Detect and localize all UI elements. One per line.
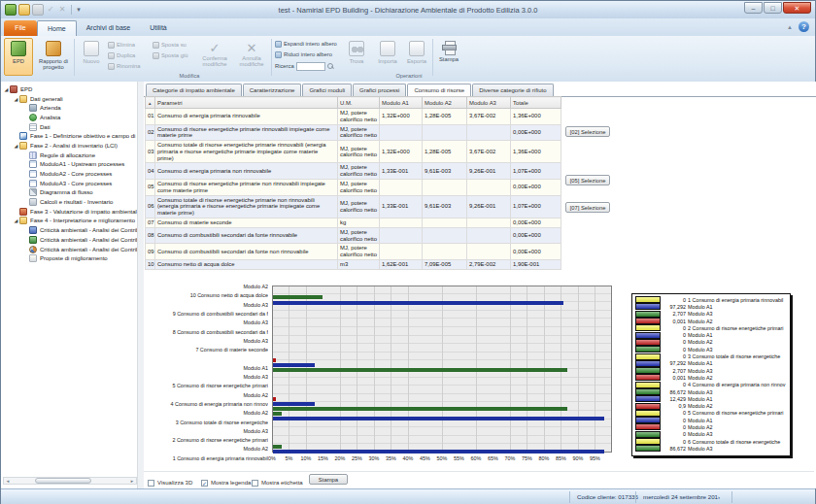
tree-item[interactable]: ModuloA3 - Core processes	[1, 179, 143, 188]
tree-item[interactable]: ModuloA2 - Core processes	[1, 169, 143, 179]
checkbox-icon[interactable]	[252, 480, 258, 487]
tab-diverse-categorie-di-rifiuto[interactable]: Diverse categorie di rifiuto	[472, 84, 553, 96]
maximize-button[interactable]: □	[764, 2, 782, 14]
table-row[interactable]: 10Consumo netto di acqua dolcem31,62E-00…	[146, 259, 561, 269]
column-header[interactable]: Parametri	[155, 97, 338, 109]
duplicate-button[interactable]: Duplica	[108, 50, 135, 60]
minimize-button[interactable]: –	[744, 2, 763, 14]
cancel-icon[interactable]: ✕	[57, 5, 67, 15]
tree-item[interactable]: Azienda	[1, 103, 143, 113]
chart-y-axis-label: Modulo A2	[144, 409, 268, 418]
epd-button[interactable]: EPD	[4, 38, 33, 76]
search-input[interactable]	[296, 62, 325, 71]
expander-icon[interactable]: ◢	[13, 143, 19, 149]
checkbox-icon[interactable]: ✓	[201, 480, 208, 487]
tree-item[interactable]: Criticità ambientali - Analisi dei Contr…	[1, 225, 143, 235]
scrollbar-thumb[interactable]	[35, 478, 91, 484]
tab-categorie-di-impatto-ambientale[interactable]: Categorie di impatto ambientale	[146, 84, 242, 96]
tab-consumo-di-risorse[interactable]: Consumo di risorse	[407, 84, 471, 96]
tree-item[interactable]: ◢Fase 4 - Interpretazione e migliorament…	[1, 217, 143, 226]
new-button[interactable]: Nuovo	[77, 38, 106, 76]
expander-icon[interactable]: ◢	[13, 218, 19, 223]
collapse-tree-button[interactable]: Riduci intero albero	[275, 50, 332, 59]
tab-caratterizzazione[interactable]: Caratterizzazione	[243, 84, 302, 96]
quick-access-dropdown-icon[interactable]: ▼	[76, 7, 82, 13]
column-header[interactable]: Totale	[511, 97, 561, 109]
tree-item[interactable]: Criticità ambientali - Analisi dei Contr…	[1, 245, 143, 254]
tree-item[interactable]: Analista	[1, 113, 143, 122]
open-icon[interactable]	[18, 4, 30, 16]
delete-button[interactable]: Elimina	[108, 40, 135, 50]
scroll-left-icon[interactable]: ◄	[4, 479, 12, 484]
cancel-changes-button[interactable]: ✕ Annulla modifiche	[234, 38, 269, 76]
tree-item[interactable]: Proposte di miglioramento	[1, 253, 143, 263]
tab-grafici-processi[interactable]: Grafici processi	[353, 84, 406, 96]
column-header[interactable]: Modulo A2	[423, 97, 467, 109]
table-row[interactable]: 07Consumo di materie secondekg0,00E+000	[146, 218, 561, 227]
move-down-button[interactable]: Sposta giù	[153, 50, 187, 60]
column-header[interactable]: Modulo A3	[467, 97, 511, 109]
table-row[interactable]: 06Consumo totale di risorse energetiche …	[146, 195, 561, 218]
tree-item[interactable]: Regole di allocazione	[1, 151, 143, 160]
confirm-icon[interactable]: ✓	[46, 5, 55, 15]
minimize-ribbon-icon[interactable]: ▲	[787, 24, 793, 30]
help-icon[interactable]: ?	[799, 21, 809, 32]
table-row[interactable]: 03Consumo totale di risorse energetiche …	[146, 141, 561, 163]
ribbon-tab-home[interactable]: Home	[37, 20, 77, 36]
tree-item[interactable]: Fase 1 - Definizione obiettivo e campo d…	[1, 131, 143, 141]
save-icon[interactable]	[32, 4, 44, 16]
tree-item[interactable]: ◢Fase 2 - Analisi di inventario (LCI)	[1, 141, 143, 151]
tree-item[interactable]: Calcoli e risultati - Inventario	[1, 197, 143, 207]
value-cell	[467, 180, 511, 196]
scroll-right-icon[interactable]: ►	[128, 479, 136, 484]
checkbox-mostra-legenda[interactable]: ✓Mostra legenda	[201, 480, 251, 487]
chart-y-axis-label: 8 Consumo di combustibili secondari da f	[144, 328, 268, 337]
column-header[interactable]: U.M.	[338, 97, 380, 109]
legend-swatch	[635, 353, 661, 360]
checkbox-mostra-etichetta[interactable]: Mostra etichetta	[252, 480, 303, 487]
value-cell: MJ, potere calorifico netto	[338, 109, 380, 125]
tree-item[interactable]: Fase 3 - Valutazione di impatto ambienta…	[1, 207, 143, 217]
table-row[interactable]: 08Consumo di combustibili secondari da f…	[146, 227, 561, 244]
project-report-button[interactable]: Rapporto di progetto	[35, 38, 72, 76]
tree-item[interactable]: ◢Dati generali	[1, 94, 143, 104]
confirm-changes-button[interactable]: ✓ Conferma modifiche	[197, 38, 232, 76]
rename-button[interactable]: Rinomina	[108, 61, 141, 71]
print-button[interactable]: Stampa	[435, 38, 462, 76]
selection-button[interactable]: [02] Selezione	[565, 126, 610, 137]
sort-column-header[interactable]: ▲	[146, 97, 155, 109]
legend-label: Modulo A1	[688, 332, 712, 338]
close-button[interactable]: ✕	[783, 2, 811, 14]
tree-item[interactable]: Criticità ambientali - Analisi dei Contr…	[1, 235, 143, 245]
column-header[interactable]: Modulo A1	[380, 97, 423, 109]
chart-print-button[interactable]: Stampa	[309, 474, 348, 485]
table-row[interactable]: 05Consumo di risorse energetiche primari…	[146, 180, 561, 196]
chart-x-axis-label: 5%	[281, 455, 298, 461]
import-button[interactable]: Importa	[374, 38, 401, 76]
tree-item[interactable]: ◢EPD	[1, 84, 143, 94]
tree-item[interactable]: ModuloA1 - Upstream processes	[1, 160, 143, 170]
expand-tree-button[interactable]: Espandi intero albero	[275, 39, 337, 49]
tree-item[interactable]: Dati	[1, 122, 143, 132]
table-row[interactable]: 02Consumo di risorse energetiche primari…	[146, 124, 561, 141]
checkbox-icon[interactable]	[148, 480, 154, 487]
expander-icon[interactable]: ◢	[13, 96, 19, 102]
file-tab[interactable]: File	[4, 20, 37, 36]
tab-grafici-moduli[interactable]: Grafici moduli	[302, 84, 352, 96]
ribbon-tab-archivi-di-base[interactable]: Archivi di base	[77, 20, 141, 36]
expander-icon[interactable]: ◢	[3, 86, 10, 92]
table-row[interactable]: 09Consumo di combustibili secondari da f…	[146, 244, 561, 260]
ribbon-tab-utilità[interactable]: Utilità	[140, 20, 177, 36]
tree-item[interactable]: Diagramma di flusso	[1, 188, 143, 198]
tree-horizontal-scrollbar[interactable]: ◄ ►	[3, 477, 137, 485]
checkbox-visualizza-3d[interactable]: Visualizza 3D	[148, 480, 192, 487]
selection-button[interactable]: [05] Selezione	[565, 175, 610, 185]
table-row[interactable]: 04Consumo di energia primaria non rinnov…	[146, 163, 561, 180]
export-button[interactable]: Esporta	[403, 38, 430, 76]
selection-button[interactable]: [07] Selezione	[565, 202, 610, 213]
table-row[interactable]: 01Consumo di energia primaria rinnovabil…	[146, 109, 561, 125]
search-icon[interactable]	[327, 63, 334, 70]
move-up-button[interactable]: Sposta su	[153, 40, 187, 50]
chart-bar	[273, 397, 276, 401]
find-button[interactable]: Trova	[343, 38, 370, 76]
